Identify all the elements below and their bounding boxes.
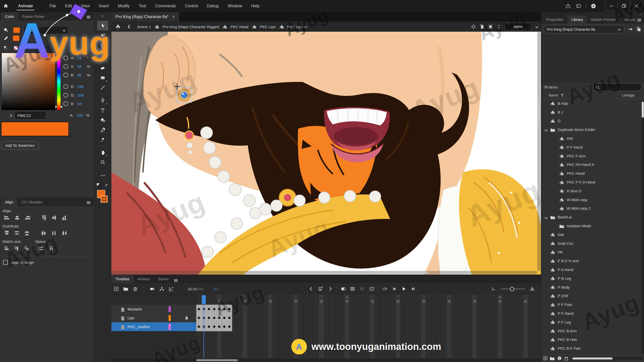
onion-skin-button[interactable] [338, 284, 348, 293]
pin-library-icon[interactable] [627, 26, 633, 32]
library-item[interactable]: PKC B Hair [541, 335, 641, 344]
color-row-value[interactable]: 18 [77, 102, 86, 106]
zoom-level-input[interactable]: 368% [505, 23, 531, 30]
color-mode-radio[interactable] [63, 56, 68, 60]
library-item[interactable]: Isolation Mode [541, 221, 641, 230]
reset-timeline-zoom-button[interactable] [489, 284, 498, 293]
layer-lock-icon[interactable] [184, 315, 189, 320]
library-item[interactable]: Gold Circ [541, 239, 641, 248]
library-item[interactable]: B Hair [541, 99, 641, 108]
align-top-icon[interactable] [40, 214, 48, 221]
step-forward-button[interactable] [409, 284, 418, 293]
timeline-tab-timeline[interactable]: Timeline [111, 275, 134, 283]
tab-frame-picker[interactable]: Frame Picker [18, 13, 49, 21]
resize-timeline-view-button[interactable] [528, 284, 537, 293]
library-h-scrollbar[interactable] [571, 357, 643, 360]
library-item-label[interactable]: PKC Head [567, 171, 585, 175]
library-item[interactable]: GM [541, 230, 641, 239]
rectangle-tool[interactable] [97, 73, 108, 82]
library-item[interactable]: PKC Head [541, 169, 641, 178]
edit-multiple-frames-button[interactable] [357, 284, 367, 293]
library-item[interactable]: P B Leg [541, 274, 641, 283]
library-item-label[interactable]: PKC FH Hand K [567, 162, 594, 167]
center-stage-icon[interactable] [470, 24, 476, 30]
library-item-label[interactable]: P B Leg [558, 276, 571, 281]
tab-color[interactable]: Color [1, 13, 18, 21]
keyframe-cell[interactable] [201, 313, 207, 323]
match-width-icon[interactable] [3, 245, 11, 252]
library-search-input[interactable] [593, 83, 642, 91]
keyframe-cell[interactable] [227, 305, 232, 314]
menu-debug[interactable]: Debug [203, 1, 222, 11]
menu-window[interactable]: Window [224, 1, 246, 11]
home-icon[interactable] [0, 3, 12, 9]
breadcrumb-item[interactable]: Scene 1 [137, 25, 151, 29]
color-mode-radio[interactable] [63, 64, 68, 69]
library-item-label[interactable]: PKC P F D Hand [567, 180, 595, 184]
keyframe-cell[interactable] [212, 313, 217, 323]
step-back-button[interactable] [389, 284, 399, 293]
library-item[interactable]: GM [541, 134, 641, 143]
library-item-label[interactable]: PKC F Arm [567, 154, 586, 158]
layer-name[interactable]: Lips [128, 316, 135, 320]
caret-down-icon[interactable] [543, 127, 548, 132]
library-item-label[interactable]: D [558, 119, 560, 123]
library-item-label[interactable]: PKC B Hair [558, 337, 577, 342]
keyframe-cell[interactable] [196, 305, 202, 314]
menu-view[interactable]: View [77, 1, 93, 11]
library-document-select[interactable]: Pro King (Raja) Character.fla [544, 25, 625, 33]
space-vertical-icon[interactable] [37, 245, 45, 252]
color-row-value[interactable]: 108 [77, 93, 86, 97]
eraser-tool[interactable] [97, 63, 108, 73]
layer-row-mustach[interactable]: Mustach [111, 305, 196, 314]
stroke-color-swatch[interactable] [101, 196, 108, 203]
keyframe-cell[interactable] [217, 313, 222, 323]
asset-warp-tool[interactable] [97, 135, 108, 144]
document-tab[interactable]: Pro King (Raja) Character.fla* ✕ [111, 12, 179, 22]
library-item[interactable]: PKC B K Part [541, 344, 641, 353]
keyframe-cell[interactable] [222, 305, 227, 314]
library-item[interactable]: Duplicate Items Folder [541, 125, 641, 134]
keyframe-cell[interactable] [217, 305, 222, 314]
pen-tool[interactable] [97, 96, 108, 105]
menu-animate[interactable]: Animate [15, 1, 36, 11]
menu-insert[interactable]: Insert [95, 1, 112, 11]
caret-down-icon[interactable] [543, 215, 548, 219]
canvas-h-scrollbar[interactable] [111, 271, 537, 274]
share-icon[interactable] [563, 1, 573, 11]
library-item[interactable]: P F Foot [541, 300, 641, 309]
library-item-label[interactable]: P F Foot [558, 302, 572, 307]
keyframe-cell[interactable] [222, 322, 227, 331]
match-height-icon[interactable] [13, 245, 21, 252]
color-mode-radio[interactable] [63, 84, 68, 89]
new-folder-button[interactable] [121, 284, 131, 293]
loop-playback-button[interactable] [380, 284, 389, 293]
library-item-label[interactable]: Isolation Mode [567, 224, 591, 228]
panel-menu-icon[interactable] [636, 17, 642, 23]
clip-content-icon[interactable] [488, 24, 494, 30]
layer-row-lips[interactable]: Lips [111, 313, 196, 323]
menu-control[interactable]: Control [181, 1, 202, 11]
library-item-label[interactable]: B J [558, 110, 563, 114]
panel-menu-icon[interactable] [173, 278, 178, 283]
keyframe-cell[interactable] [212, 305, 217, 314]
library-item-label[interactable]: PKC B Arm [558, 329, 577, 333]
library-item-label[interactable]: Gold Circ [558, 241, 574, 246]
align-right-icon[interactable] [23, 214, 31, 221]
zoom-stepper-icon[interactable] [496, 24, 502, 30]
keyframe-cell[interactable] [207, 313, 212, 323]
delete-layer-button[interactable] [131, 284, 140, 293]
library-item[interactable]: flash0.ai [541, 213, 641, 221]
library-item-label[interactable]: W Moti copy 2 [567, 206, 591, 210]
keyframe-cell[interactable] [222, 313, 227, 323]
selection-tool[interactable] [97, 21, 108, 30]
menu-help[interactable]: Help [248, 1, 263, 11]
swap-colors-icon[interactable] [104, 183, 109, 188]
layer-name[interactable]: Mustach [128, 307, 142, 311]
keyframe-cell[interactable] [207, 322, 212, 331]
library-item[interactable]: W Moti copy 2 [541, 204, 641, 213]
fps-value[interactable]: 30.00 [188, 287, 197, 291]
library-item[interactable]: P F Hand [541, 309, 641, 318]
layer-name[interactable]: PKC_Jowline [128, 325, 150, 329]
color-mode-radio[interactable] [63, 73, 68, 77]
